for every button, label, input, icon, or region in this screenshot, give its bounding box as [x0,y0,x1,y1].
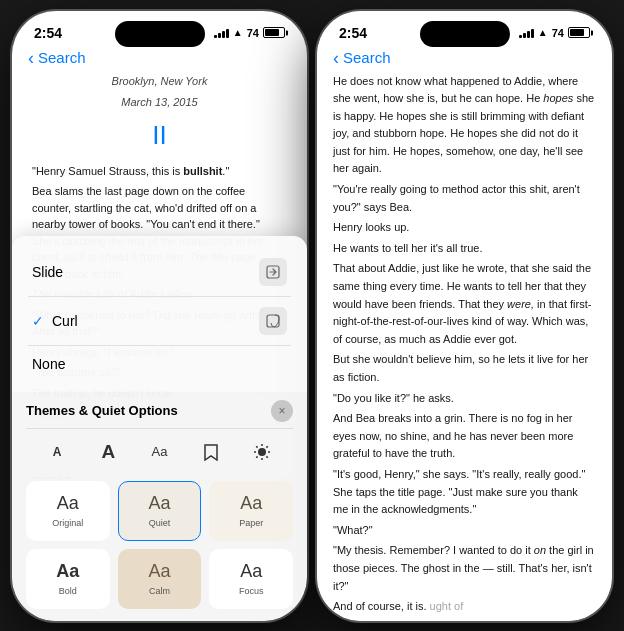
book-location: Brooklyn, New York [32,73,287,90]
book-date: March 13, 2015 [32,94,287,111]
slide-icon [259,258,287,286]
battery-icon [263,27,285,38]
time-left: 2:54 [34,25,62,41]
right-para-9: "It's good, Henry," she says. "It's real… [333,466,596,519]
status-icons-right: ▲ 74 [519,27,590,39]
font-style-button[interactable]: Aa [143,435,177,469]
svg-line-8 [266,456,267,457]
svg-point-2 [258,448,266,456]
theme-label-bold: Bold [59,586,77,596]
menu-item-curl[interactable]: ✓ Curl [28,297,291,346]
themes-title: Themes & Quiet Options [26,403,178,418]
dynamic-island [115,21,205,47]
battery-label: 74 [247,27,259,39]
theme-grid: Aa Original Aa Quiet Aa Paper Aa [26,481,293,609]
back-label-right: Search [343,49,391,66]
theme-label-original: Original [52,518,83,528]
theme-card-focus[interactable]: Aa Focus [209,549,293,609]
theme-label-paper: Paper [239,518,263,528]
svg-line-7 [256,446,257,447]
slide-label: Slide [32,264,63,280]
back-button-left[interactable]: ‹ Search [28,49,86,67]
curl-label: Curl [52,313,78,329]
right-para-11: "My thesis. Remember? I wanted to do it … [333,542,596,595]
right-para-3: Henry looks up. [333,219,596,237]
chevron-left-icon-right: ‹ [333,49,339,67]
right-book-content: He does not know what happened to Addie,… [317,73,612,621]
right-para-5: That about Addie, just like he wrote, th… [333,260,596,348]
theme-aa-calm: Aa [148,561,170,582]
theme-label-focus: Focus [239,586,264,596]
menu-item-none[interactable]: None [28,346,291,382]
theme-card-quiet[interactable]: Aa Quiet [118,481,202,541]
none-label: None [32,356,65,372]
theme-label-quiet: Quiet [149,518,171,528]
theme-aa-quiet: Aa [148,493,170,514]
nav-bar-left: ‹ Search [12,45,307,73]
themes-section: Themes & Quiet Options × A A Aa [12,392,307,621]
svg-line-9 [266,446,267,447]
reading-toolbar: A A Aa [26,428,293,477]
wifi-icon: ▲ [233,27,243,38]
signal-icon [214,28,229,38]
battery-icon-right [568,27,590,38]
right-para-1: He does not know what happened to Addie,… [333,73,596,179]
app-container: 2:54 ▲ 74 ‹ [0,0,624,631]
right-para-13: Henry runs his h his, butrelieved and li… [333,619,596,621]
right-para-10: "What?" [333,522,596,540]
font-increase-button[interactable]: A [91,435,125,469]
overlay-panel: Slide ✓ Curl [12,236,307,621]
time-right: 2:54 [339,25,367,41]
theme-card-calm[interactable]: Aa Calm [118,549,202,609]
right-para-7: "Do you like it?" he asks. [333,390,596,408]
checkmark-icon: ✓ [32,313,44,329]
dynamic-island-right [420,21,510,47]
nav-bar-right: ‹ Search [317,45,612,73]
back-button-right[interactable]: ‹ Search [333,49,391,67]
theme-card-bold[interactable]: Aa Bold [26,549,110,609]
theme-aa-focus: Aa [240,561,262,582]
chapter-number: II [32,115,287,155]
theme-label-calm: Calm [149,586,170,596]
back-label-left: Search [38,49,86,66]
battery-label-right: 74 [552,27,564,39]
theme-aa-original: Aa [57,493,79,514]
menu-item-slide[interactable]: Slide [28,248,291,297]
chevron-left-icon: ‹ [28,49,34,67]
left-phone: 2:54 ▲ 74 ‹ [12,11,307,621]
theme-card-original[interactable]: Aa Original [26,481,110,541]
theme-aa-bold: Aa [56,561,79,582]
wifi-icon-right: ▲ [538,27,548,38]
themes-header: Themes & Quiet Options × [26,400,293,422]
right-para-8: And Bea breaks into a grin. There is no … [333,410,596,463]
font-decrease-button[interactable]: A [40,435,74,469]
signal-icon-right [519,28,534,38]
bookmark-button[interactable] [194,435,228,469]
right-para-6: But she wouldn't believe him, so he lets… [333,351,596,386]
curl-icon [259,307,287,335]
right-para-12: And of course, it is. ught of [333,598,596,616]
brightness-button[interactable] [245,435,279,469]
status-icons-left: ▲ 74 [214,27,285,39]
right-para-4: He wants to tell her it's all true. [333,240,596,258]
close-button[interactable]: × [271,400,293,422]
right-para-2: "You're really going to method actor thi… [333,181,596,216]
svg-line-10 [256,456,257,457]
theme-aa-paper: Aa [240,493,262,514]
slide-menu: Slide ✓ Curl [12,236,307,392]
right-phone: 2:54 ▲ 74 ‹ [317,11,612,621]
para-0: "Henry Samuel Strauss, this is bullshit.… [32,163,287,180]
theme-card-paper[interactable]: Aa Paper [209,481,293,541]
